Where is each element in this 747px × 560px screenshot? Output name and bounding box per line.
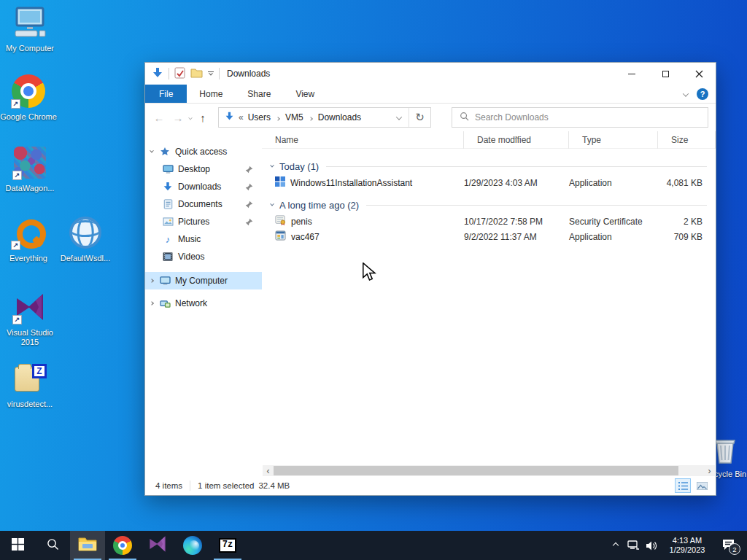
desktop-icon-label: virusdetect... <box>7 400 53 409</box>
taskbar-file-explorer-button[interactable] <box>70 531 105 560</box>
chevron-down-icon[interactable] <box>266 165 278 168</box>
desktop-icon-defaultwsdl[interactable]: DefaultWsdl... <box>57 214 114 263</box>
column-header-date-modified[interactable]: Date modified <box>464 131 569 149</box>
scrollbar-track[interactable] <box>274 465 704 476</box>
archive-icon: Z <box>12 360 48 397</box>
edge-icon <box>183 536 202 555</box>
chevron-down-icon[interactable] <box>145 150 158 153</box>
details-view-button[interactable] <box>675 478 691 493</box>
desktop-icon-virusdetect[interactable]: Z virusdetect... <box>1 360 58 409</box>
file-explorer-window: Downloads File Home Share View ? ← → <box>144 62 716 496</box>
chevron-down-icon[interactable] <box>266 203 278 206</box>
desktop-icon-google-chrome[interactable]: ↗ Google Chrome <box>0 73 57 122</box>
documents-icon <box>161 199 174 209</box>
tab-home[interactable]: Home <box>187 85 235 103</box>
videos-icon <box>161 252 174 261</box>
sidebar-item-quick-access[interactable]: Quick access <box>145 143 262 160</box>
items-count: 4 items <box>155 481 182 490</box>
horizontal-scrollbar[interactable]: ‹ › <box>263 465 715 476</box>
desktop-icon-label: Google Chrome <box>0 112 57 122</box>
tab-file[interactable]: File <box>145 85 187 103</box>
file-row-vac467[interactable]: vac467 9/2/2022 11:37 AM Application 709… <box>262 229 716 244</box>
navigation-pane: Quick access Desktop Downloads Documents <box>145 131 262 466</box>
taskbar-clock[interactable]: 4:13 AM 1/29/2023 <box>665 536 710 555</box>
sidebar-item-label: Downloads <box>178 182 221 192</box>
scrollbar-thumb[interactable] <box>274 466 678 475</box>
desktop-icon-everything[interactable]: ↗ Everything <box>0 214 57 263</box>
sidebar-item-music[interactable]: ♪ Music <box>145 230 262 248</box>
breadcrumb-collapsed[interactable]: « <box>239 112 244 122</box>
sidebar-item-label: My Computer <box>175 276 228 286</box>
network-status-icon[interactable] <box>624 531 643 560</box>
taskbar-edge-button[interactable] <box>175 531 210 560</box>
back-button[interactable]: ← <box>151 112 167 124</box>
my-computer-icon <box>12 4 48 41</box>
search-input[interactable] <box>475 108 708 127</box>
breadcrumb-downloads[interactable]: Downloads <box>318 112 361 122</box>
help-icon[interactable]: ? <box>697 88 708 100</box>
file-type: Application <box>569 232 658 242</box>
chevron-right-icon[interactable] <box>145 302 158 305</box>
column-header-type[interactable]: Type <box>569 131 658 149</box>
file-row-windows11installationassistant[interactable]: Windows11InstallationAssistant 1/29/2023… <box>262 175 716 190</box>
certificate-icon <box>275 215 286 228</box>
sidebar-item-documents[interactable]: Documents <box>145 195 262 213</box>
taskbar-chrome-button[interactable] <box>105 531 140 560</box>
start-button[interactable] <box>0 531 35 560</box>
file-size: 2 KB <box>658 217 716 227</box>
group-label: Today (1) <box>279 161 319 172</box>
desktop-icon-visual-studio[interactable]: ↗ Visual Studio 2015 <box>1 289 58 347</box>
title-bar: Downloads <box>145 63 716 85</box>
properties-icon[interactable] <box>174 67 185 81</box>
notification-center-button[interactable]: 2 <box>713 531 743 560</box>
column-header-name[interactable]: Name <box>262 131 464 149</box>
sidebar-item-my-computer[interactable]: My Computer <box>145 272 262 289</box>
close-button[interactable] <box>682 63 716 85</box>
taskbar-visual-studio-button[interactable] <box>140 531 175 560</box>
network-icon <box>158 299 171 308</box>
scroll-left-arrow[interactable]: ‹ <box>263 465 274 476</box>
column-header-size[interactable]: Size <box>658 131 716 149</box>
scroll-right-arrow[interactable]: › <box>704 465 715 476</box>
tray-chevron-up-icon[interactable] <box>606 531 624 560</box>
sidebar-item-videos[interactable]: Videos <box>145 248 262 265</box>
taskbar-7zip-button[interactable]: 7z <box>210 531 245 560</box>
expand-ribbon-chevron-icon[interactable] <box>684 89 688 99</box>
minimize-button[interactable] <box>615 63 649 85</box>
sidebar-item-pictures[interactable]: Pictures <box>145 213 262 230</box>
file-explorer-icon <box>78 536 97 555</box>
forward-button[interactable]: → <box>170 112 186 124</box>
breadcrumb-users[interactable]: Users <box>248 112 271 122</box>
group-header-a-long-time-ago[interactable]: A long time ago (2) <box>262 196 716 214</box>
refresh-button[interactable]: ↻ <box>409 108 430 127</box>
ribbon-tab-bar: File Home Share View ? <box>145 85 716 104</box>
search-box[interactable] <box>452 107 708 128</box>
pin-icon <box>245 218 253 226</box>
sidebar-item-desktop[interactable]: Desktop <box>145 160 262 178</box>
sort-ascending-icon <box>515 132 518 142</box>
file-row-penis[interactable]: penis 10/17/2022 7:58 PM Security Certif… <box>262 214 716 229</box>
sidebar-item-network[interactable]: Network <box>145 295 262 312</box>
address-bar[interactable]: « Users VM5 Downloads ↻ <box>218 107 431 128</box>
volume-icon[interactable] <box>643 531 661 560</box>
everything-search-icon: ↗ <box>10 214 47 251</box>
sidebar-item-downloads[interactable]: Downloads <box>145 178 262 195</box>
new-folder-icon[interactable] <box>190 67 203 80</box>
taskbar-search-button[interactable] <box>35 531 70 560</box>
up-button[interactable]: ↑ <box>195 112 211 124</box>
recent-locations-chevron-icon[interactable] <box>189 112 192 122</box>
clock-time: 4:13 AM <box>665 536 710 545</box>
maximize-button[interactable] <box>649 63 682 85</box>
group-header-today[interactable]: Today (1) <box>262 158 716 175</box>
windows-logo-icon <box>275 176 285 189</box>
desktop-icon-datawagon[interactable]: ↗ DataWagon... <box>1 144 58 193</box>
content-view-button[interactable] <box>694 478 710 493</box>
tab-view[interactable]: View <box>283 85 327 103</box>
chevron-right-icon[interactable] <box>145 279 158 282</box>
music-icon: ♪ <box>161 234 174 245</box>
tab-share[interactable]: Share <box>235 85 283 103</box>
address-dropdown-chevron-icon[interactable] <box>390 112 409 122</box>
customize-qat-chevron-icon[interactable] <box>208 71 214 77</box>
breadcrumb-vm5[interactable]: VM5 <box>285 112 303 122</box>
desktop-icon-my-computer[interactable]: My Computer <box>1 4 58 53</box>
